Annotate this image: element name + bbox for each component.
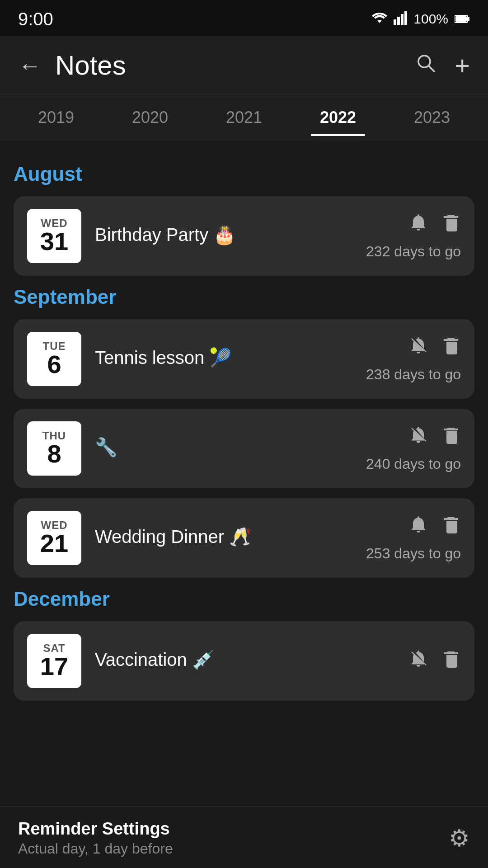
month-header-september: September <box>14 286 474 308</box>
action-icons-vaccination <box>408 649 461 673</box>
reminder-settings-text: Reminder Settings Actual day, 1 day befo… <box>18 819 173 857</box>
trash-icon-tennis[interactable] <box>441 335 461 360</box>
signal-icon <box>394 10 407 28</box>
svg-point-7 <box>418 56 430 67</box>
event-info-vaccination: Vaccination 💉 <box>95 649 371 673</box>
action-icons-tennis <box>408 335 461 360</box>
event-right-vaccination <box>371 649 461 673</box>
status-icons: 100% <box>372 10 470 28</box>
main-content: August WED 31 Birthday Party 🎂 <box>0 140 488 773</box>
reminder-settings-title: Reminder Settings <box>18 819 173 839</box>
days-to-go-birthday: 232 days to go <box>366 243 461 260</box>
top-bar: ← Notes + <box>0 36 488 95</box>
bell-muted-icon-wrench[interactable] <box>408 425 428 449</box>
days-to-go-wedding: 253 days to go <box>366 545 461 562</box>
status-bar: 9:00 100% <box>0 0 488 36</box>
date-box-aug31: WED 31 <box>27 209 81 263</box>
top-bar-actions: + <box>415 52 470 79</box>
event-right-tennis: 238 days to go <box>366 335 461 383</box>
trash-icon-wedding[interactable] <box>441 514 461 539</box>
svg-rect-6 <box>455 16 467 22</box>
event-right-birthday: 232 days to go <box>366 212 461 260</box>
back-button[interactable]: ← <box>18 54 42 77</box>
date-box-dec17: SAT 17 <box>27 634 81 688</box>
svg-rect-0 <box>394 19 396 25</box>
svg-line-8 <box>429 66 435 72</box>
year-tab-2019[interactable]: 2019 <box>9 99 103 136</box>
event-card-birthday[interactable]: WED 31 Birthday Party 🎂 232 days to go <box>14 196 474 276</box>
event-title-wedding: Wedding Dinner 🥂 <box>95 526 366 547</box>
year-tabs: 2019 2020 2021 2022 2023 <box>0 95 488 140</box>
event-right-wedding: 253 days to go <box>366 514 461 562</box>
wifi-icon <box>372 11 387 27</box>
event-title-birthday: Birthday Party 🎂 <box>95 224 366 245</box>
event-card-vaccination[interactable]: SAT 17 Vaccination 💉 <box>14 621 474 701</box>
action-icons-wrench <box>408 425 461 449</box>
date-box-sep21: WED 21 <box>27 511 81 565</box>
battery-icon <box>455 11 470 27</box>
reminder-settings-subtitle: Actual day, 1 day before <box>18 840 173 857</box>
event-card-tennis[interactable]: TUE 6 Tennis lesson 🎾 238 days to go <box>14 319 474 399</box>
date-box-sep8: THU 8 <box>27 421 81 476</box>
action-icons-wedding <box>408 514 461 539</box>
bell-muted-icon-tennis[interactable] <box>408 335 428 360</box>
year-tab-2022[interactable]: 2022 <box>291 99 385 136</box>
year-tab-2021[interactable]: 2021 <box>197 99 291 136</box>
add-button[interactable]: + <box>455 52 470 79</box>
days-to-go-tennis: 238 days to go <box>366 366 461 383</box>
bell-active-icon[interactable] <box>408 212 428 237</box>
event-title-wrench: 🔧 <box>95 437 366 458</box>
svg-rect-5 <box>468 17 469 21</box>
event-title-vaccination: Vaccination 💉 <box>95 649 371 670</box>
trash-icon-birthday[interactable] <box>441 212 461 237</box>
bell-muted-icon-vaccination[interactable] <box>408 649 428 673</box>
year-tab-2023[interactable]: 2023 <box>385 99 479 136</box>
page-title: Notes <box>55 50 415 81</box>
event-info-tennis: Tennis lesson 🎾 <box>95 347 366 371</box>
year-tab-2020[interactable]: 2020 <box>103 99 197 136</box>
svg-rect-3 <box>404 11 407 25</box>
settings-icon[interactable]: ⚙ <box>449 825 470 852</box>
bell-active-icon-wedding[interactable] <box>408 514 428 539</box>
date-box-sep6: TUE 6 <box>27 332 81 386</box>
event-info-wedding: Wedding Dinner 🥂 <box>95 526 366 550</box>
action-icons-birthday <box>408 212 461 237</box>
svg-rect-2 <box>401 14 404 25</box>
event-title-tennis: Tennis lesson 🎾 <box>95 347 366 368</box>
event-info-wrench: 🔧 <box>95 437 366 461</box>
svg-rect-1 <box>397 17 400 25</box>
trash-icon-vaccination[interactable] <box>441 649 461 673</box>
event-info-birthday: Birthday Party 🎂 <box>95 224 366 248</box>
trash-icon-wrench[interactable] <box>441 425 461 449</box>
month-header-august: August <box>14 163 474 185</box>
days-to-go-wrench: 240 days to go <box>366 456 461 472</box>
search-icon[interactable] <box>415 52 436 79</box>
event-right-wrench: 240 days to go <box>366 425 461 472</box>
event-card-wedding[interactable]: WED 21 Wedding Dinner 🥂 253 days to go <box>14 498 474 578</box>
event-card-wrench[interactable]: THU 8 🔧 240 days to go <box>14 409 474 488</box>
month-header-december: December <box>14 588 474 610</box>
bottom-bar: Reminder Settings Actual day, 1 day befo… <box>0 806 488 868</box>
battery-text: 100% <box>413 11 448 27</box>
status-time: 9:00 <box>18 9 53 29</box>
